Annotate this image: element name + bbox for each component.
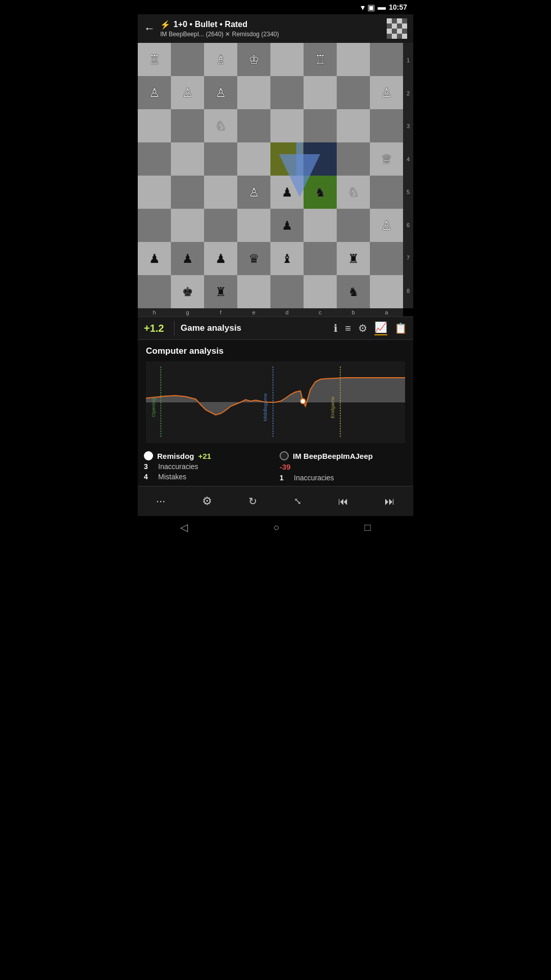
board-cell[interactable]: ♛ bbox=[237, 242, 270, 275]
board-cell[interactable] bbox=[270, 109, 304, 142]
board-cell[interactable]: ♗ bbox=[204, 43, 237, 76]
next-button[interactable]: ⏭ bbox=[379, 493, 401, 510]
board-cell[interactable]: ♘ bbox=[204, 109, 237, 142]
board-cell[interactable] bbox=[270, 43, 304, 76]
board-cell[interactable] bbox=[171, 176, 204, 209]
board-cell[interactable] bbox=[171, 43, 204, 76]
svg-text:Opening: Opening bbox=[151, 398, 156, 417]
white-player-name-row: Remisdog +21 bbox=[144, 451, 271, 460]
board-cell[interactable]: ♕ bbox=[370, 142, 403, 176]
board-cell[interactable]: ♙ bbox=[237, 176, 270, 209]
board-cell[interactable] bbox=[370, 109, 403, 142]
white-inaccuracies-count: 3 bbox=[144, 462, 154, 471]
board-cell[interactable] bbox=[270, 275, 304, 308]
white-player-name: Remisdog bbox=[157, 452, 194, 460]
board-cell[interactable] bbox=[237, 209, 270, 242]
board-cell[interactable] bbox=[204, 142, 237, 176]
board-cell[interactable]: ♟ bbox=[138, 242, 171, 275]
board-cell[interactable] bbox=[138, 209, 171, 242]
prev-button[interactable]: ⏮ bbox=[332, 493, 355, 510]
board-cell[interactable]: ♖ bbox=[304, 43, 337, 76]
board-cell[interactable] bbox=[237, 275, 270, 308]
board-cell[interactable]: ♚ bbox=[171, 275, 204, 308]
board-cell[interactable] bbox=[138, 275, 171, 308]
checkerboard-icon[interactable] bbox=[387, 18, 407, 39]
board-container: ♖♗♔♖♙♙♙♙♘♕♙♟♞♘♟♙♟♟♟♛♝♜♚♜♞ 12345678 hgfed… bbox=[138, 43, 413, 316]
more-button[interactable]: ··· bbox=[150, 492, 171, 511]
board-cell[interactable]: ♞ bbox=[304, 176, 337, 209]
moves-icon[interactable]: ≡ bbox=[345, 323, 351, 334]
gear-icon[interactable]: ⚙ bbox=[358, 322, 367, 334]
board-cell[interactable]: ♟ bbox=[270, 209, 304, 242]
board-cell[interactable] bbox=[337, 209, 370, 242]
status-icons: ▾ ▣ ▬ bbox=[361, 3, 386, 12]
board-cell[interactable]: ♞ bbox=[337, 275, 370, 308]
board-cell[interactable]: ♟ bbox=[204, 242, 237, 275]
board-cell[interactable] bbox=[204, 209, 237, 242]
board-cell[interactable] bbox=[337, 43, 370, 76]
board-cell[interactable] bbox=[370, 242, 403, 275]
android-back-button[interactable]: ◁ bbox=[180, 521, 188, 533]
white-inaccuracies-label: Inaccuracies bbox=[158, 462, 198, 471]
battery-icon: ▬ bbox=[378, 3, 386, 12]
board-cell[interactable] bbox=[204, 176, 237, 209]
board-cell[interactable]: ♙ bbox=[171, 76, 204, 109]
white-mistakes-count: 4 bbox=[144, 473, 154, 481]
board-cell[interactable] bbox=[370, 43, 403, 76]
board-cell[interactable] bbox=[237, 142, 270, 176]
board-cell[interactable]: ♜ bbox=[337, 242, 370, 275]
back-button[interactable]: ← bbox=[144, 22, 155, 35]
board-cell[interactable] bbox=[304, 242, 337, 275]
board-cell[interactable]: ♙ bbox=[370, 209, 403, 242]
board-cell[interactable] bbox=[304, 142, 337, 176]
board-cell[interactable] bbox=[304, 109, 337, 142]
chess-board[interactable]: ♖♗♔♖♙♙♙♙♘♕♙♟♞♘♟♙♟♟♟♛♝♜♚♜♞ bbox=[138, 43, 403, 308]
resize-button[interactable]: ⤡ bbox=[288, 493, 308, 510]
android-recent-button[interactable]: □ bbox=[364, 522, 370, 533]
svg-text:Middlegame: Middlegame bbox=[262, 393, 268, 421]
board-cell[interactable] bbox=[171, 142, 204, 176]
android-nav-bar: ◁ ○ □ bbox=[138, 516, 413, 541]
chart-icon[interactable]: 📈 bbox=[374, 321, 387, 335]
board-cell[interactable]: ♟ bbox=[270, 176, 304, 209]
board-cell[interactable]: ♙ bbox=[204, 76, 237, 109]
black-inaccuracies-row: 1 Inaccuracies bbox=[280, 474, 407, 482]
board-cell[interactable]: ♟ bbox=[171, 242, 204, 275]
book-icon[interactable]: 📋 bbox=[394, 322, 407, 334]
board-with-coords: ♖♗♔♖♙♙♙♙♘♕♙♟♞♘♟♙♟♟♟♛♝♜♚♜♞ 12345678 bbox=[138, 43, 413, 308]
board-cell[interactable] bbox=[270, 76, 304, 109]
svg-text:Endgame: Endgame bbox=[330, 396, 335, 418]
info-icon[interactable]: ℹ bbox=[334, 322, 338, 334]
board-cell[interactable] bbox=[270, 142, 304, 176]
board-cell[interactable] bbox=[370, 275, 403, 308]
board-cell[interactable]: ♝ bbox=[270, 242, 304, 275]
board-cell[interactable]: ♙ bbox=[370, 76, 403, 109]
board-cell[interactable] bbox=[304, 275, 337, 308]
board-cell[interactable] bbox=[237, 109, 270, 142]
board-cell[interactable] bbox=[370, 176, 403, 209]
board-cell[interactable]: ♖ bbox=[138, 43, 171, 76]
game-type-text: 1+0 • Bullet • Rated bbox=[173, 20, 247, 29]
board-cell[interactable] bbox=[171, 109, 204, 142]
board-cell[interactable] bbox=[337, 76, 370, 109]
board-cell[interactable]: ♔ bbox=[237, 43, 270, 76]
board-cell[interactable]: ♘ bbox=[337, 176, 370, 209]
board-cell[interactable] bbox=[304, 209, 337, 242]
board-cell[interactable] bbox=[337, 142, 370, 176]
reload-button[interactable]: ↻ bbox=[242, 492, 263, 510]
board-cell[interactable]: ♜ bbox=[204, 275, 237, 308]
board-cell[interactable] bbox=[138, 142, 171, 176]
board-cell[interactable] bbox=[138, 176, 171, 209]
android-home-button[interactable]: ○ bbox=[273, 522, 279, 533]
board-cell[interactable] bbox=[304, 76, 337, 109]
board-cell[interactable] bbox=[138, 109, 171, 142]
settings-button[interactable]: ⚙ bbox=[196, 492, 218, 511]
board-cell[interactable] bbox=[237, 76, 270, 109]
analysis-section: Computer analysis Opening Middlegame End… bbox=[138, 340, 413, 443]
board-cell[interactable]: ♙ bbox=[138, 76, 171, 109]
status-bar: ▾ ▣ ▬ 10:57 bbox=[138, 0, 413, 14]
board-cell[interactable] bbox=[171, 209, 204, 242]
board-cell[interactable] bbox=[337, 109, 370, 142]
eval-chart[interactable]: Opening Middlegame Endgame bbox=[146, 361, 405, 443]
white-mistakes-row: 4 Mistakes bbox=[144, 473, 271, 481]
